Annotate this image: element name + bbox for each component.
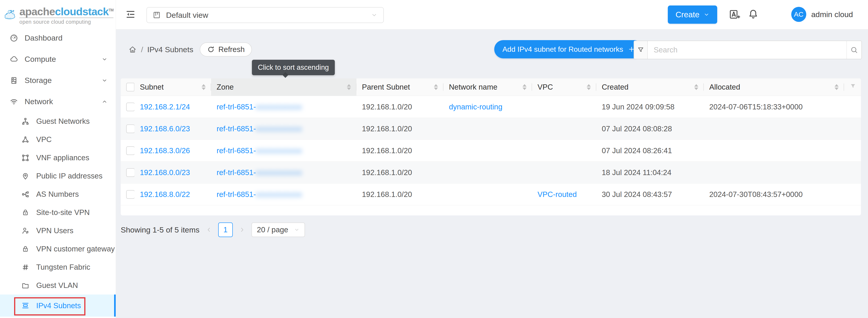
page-size-select[interactable]: 20 / page [251,223,305,237]
subnet-link[interactable]: 192.168.6.0/23 [140,124,190,133]
menu-fold-icon[interactable] [125,9,136,20]
subnet-link[interactable]: 192.168.8.0/22 [140,190,190,199]
sidebar-item-vpn-users[interactable]: VPN Users [0,222,116,240]
column-header-parent-subnet[interactable]: Parent Subnet [356,79,443,96]
column-label: VPC [537,83,553,91]
dashboard-icon [9,34,18,42]
zone-link[interactable]: ref-trl-6851-xxxxxxxxxxx [217,168,302,177]
sidebar-item-dashboard[interactable]: Dashboard [0,27,116,49]
row-select-cell [121,183,134,205]
row-checkbox[interactable] [126,103,134,111]
network-name-cell [443,140,532,162]
refresh-button[interactable]: Refresh [200,42,252,57]
zone-cell: ref-trl-6851-xxxxxxxxxxx [211,162,356,183]
zone-redacted-text: xxxxxxxxxxx [256,103,302,111]
column-label: Network name [449,83,497,91]
sidebar-item-label: Public IP addresses [36,172,102,180]
sidebar-item-vpn-customer-gateway[interactable]: VPN customer gateway [0,240,116,258]
subnet-icon [22,301,29,310]
sidebar-item-public-ip-addresses[interactable]: Public IP addresses [0,167,116,185]
sort-caret-icon [587,84,591,90]
table-row: 192.168.6.0/23ref-trl-6851-xxxxxxxxxxx19… [121,118,861,140]
row-checkbox[interactable] [126,146,134,155]
sidebar-item-vnf-appliances[interactable]: VNF appliances [0,149,116,167]
chevron-down-icon [294,227,300,233]
wifi-icon [9,97,18,106]
sidebar-item-vpc[interactable]: VPC [0,131,116,149]
user-menu[interactable]: AC admin cloud [791,7,853,22]
sidebar-item-compute[interactable]: Compute [0,49,116,70]
zone-link[interactable]: ref-trl-6851-xxxxxxxxxxx [217,124,302,133]
created-cell: 18 Jul 2024 11:04:24 [596,162,704,183]
funnel-icon [637,46,644,54]
sidebar-item-guest-networks[interactable]: Guest Networks [0,112,116,131]
next-page-icon[interactable] [239,226,246,233]
sidebar-item-site-to-site-vpn[interactable]: Site-to-site VPN [0,203,116,222]
allocated-cell [704,118,844,140]
column-header-subnet[interactable]: Subnet [134,79,211,96]
search-filter-addon[interactable] [634,41,648,59]
zone-redacted-text: xxxxxxxxxxx [256,168,302,177]
app-header: Default view Create AC admin cloud [116,0,868,29]
previous-page-icon[interactable] [206,226,212,233]
column-header-vpc[interactable]: VPC [532,79,596,96]
sort-caret-icon [434,84,438,90]
parent-subnet-cell: 192.168.1.0/20 [356,183,443,205]
project-view-select[interactable]: Default view [147,7,384,23]
vpc-link[interactable]: VPC-routed [537,190,577,199]
subnet-link[interactable]: 192.168.0.0/23 [140,168,190,177]
home-icon[interactable] [128,45,137,54]
select-all-checkbox[interactable] [126,83,134,91]
sort-caret-icon [523,84,527,90]
zone-link[interactable]: ref-trl-6851-xxxxxxxxxxx [217,103,302,111]
bell-icon[interactable] [747,8,759,20]
sidebar-item-ipv4-subnets[interactable]: IPv4 Subnets [0,294,116,317]
main-content: / IPv4 Subnets Refresh Click to sort asc… [116,29,868,318]
allocated-cell [704,140,844,162]
search-button[interactable] [846,41,861,59]
cluster-icon [22,117,29,125]
zone-link[interactable]: ref-trl-6851-xxxxxxxxxxx [217,146,302,155]
apartment-icon [22,190,29,198]
row-checkbox[interactable] [126,190,134,199]
sidebar-item-tungsten-fabric[interactable]: Tungsten Fabric [0,258,116,276]
sidebar-item-network[interactable]: Network [0,91,116,112]
network-name-cell [443,162,532,183]
column-header-network-name[interactable]: Network name [443,79,532,96]
sidebar-item-label: Dashboard [25,33,62,42]
sidebar-item-label: IPv4 Subnets [36,301,81,310]
column-label: Allocated [709,83,740,91]
page-number-button[interactable]: 1 [218,223,233,237]
subnet-link[interactable]: 192.168.2.1/24 [140,103,190,111]
sort-caret-icon [694,84,698,90]
table-header-row: SubnetZoneParent SubnetNetwork nameVPCCr… [121,79,861,96]
column-label: Created [602,83,628,91]
column-header-zone[interactable]: Zone [211,79,356,96]
subnet-link[interactable]: 192.168.3.0/26 [140,146,190,155]
hash-icon [22,263,29,271]
sidebar-item-as-numbers[interactable]: AS Numbers [0,185,116,203]
create-button[interactable]: Create [668,5,717,24]
zone-link[interactable]: ref-trl-6851-xxxxxxxxxxx [217,190,302,199]
row-checkbox[interactable] [126,124,134,133]
funnel-icon [849,83,857,90]
row-checkbox[interactable] [126,168,134,177]
network-name-link[interactable]: dynamic-routing [449,103,502,111]
search-input[interactable] [648,41,846,59]
allocated-cell [704,162,844,183]
column-filter-button[interactable] [844,79,861,96]
column-header-allocated[interactable]: Allocated [704,79,844,96]
zone-redacted-text: xxxxxxxxxxx [256,190,302,199]
zone-redacted-text: xxxxxxxxxxx [256,124,302,133]
parent-subnet-cell: 192.168.1.0/20 [356,162,443,183]
row-actions-cell [844,140,861,162]
add-ipv4-subnet-button[interactable]: Add IPv4 subnet for Routed networks [494,40,643,58]
user-name: admin cloud [811,10,853,19]
vpc-cell [532,96,596,118]
sidebar-item-guest-vlan[interactable]: Guest VLAN [0,276,116,294]
column-header-created[interactable]: Created [596,79,704,96]
row-actions-cell [844,183,861,205]
row-select-cell [121,118,134,140]
language-icon[interactable] [728,9,740,21]
sidebar-item-storage[interactable]: Storage [0,70,116,91]
